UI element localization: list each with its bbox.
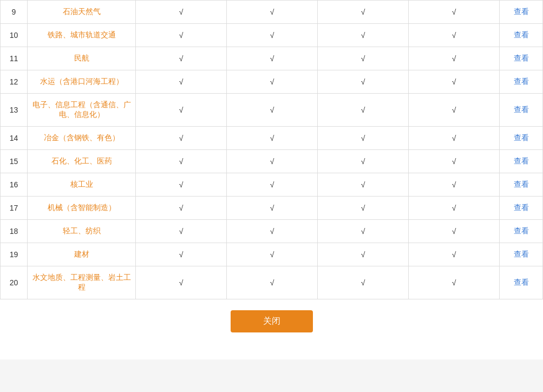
row-col4: √ bbox=[409, 70, 500, 94]
row-number: 20 bbox=[1, 266, 28, 299]
row-col2: √ bbox=[227, 127, 318, 150]
row-number: 13 bbox=[1, 94, 28, 127]
row-action-view[interactable]: 查看 bbox=[500, 197, 543, 220]
row-col1: √ bbox=[136, 150, 227, 173]
row-action-view[interactable]: 查看 bbox=[500, 127, 543, 150]
row-name[interactable]: 核工业 bbox=[28, 173, 136, 197]
close-button[interactable]: 关闭 bbox=[231, 310, 313, 332]
row-col2: √ bbox=[227, 47, 318, 70]
row-action-view[interactable]: 查看 bbox=[500, 173, 543, 197]
row-number: 10 bbox=[1, 24, 28, 47]
row-col1: √ bbox=[136, 127, 227, 150]
close-btn-container: 关闭 bbox=[0, 299, 543, 338]
row-number: 12 bbox=[1, 70, 28, 94]
row-col4: √ bbox=[409, 24, 500, 47]
table-row: 16 核工业 √ √ √ √ 查看 bbox=[1, 173, 543, 197]
row-col4: √ bbox=[409, 127, 500, 150]
row-col3: √ bbox=[318, 173, 409, 197]
row-col1: √ bbox=[136, 1, 227, 24]
data-table: 9 石油天然气 √ √ √ √ 查看 10 铁路、城市轨道交通 √ √ √ √ … bbox=[0, 0, 543, 299]
table-row: 17 机械（含智能制造） √ √ √ √ 查看 bbox=[1, 197, 543, 220]
table-row: 11 民航 √ √ √ √ 查看 bbox=[1, 47, 543, 70]
row-number: 11 bbox=[1, 47, 28, 70]
table-row: 20 水文地质、工程测量、岩土工程 √ √ √ √ 查看 bbox=[1, 266, 543, 299]
row-col3: √ bbox=[318, 1, 409, 24]
row-action-view[interactable]: 查看 bbox=[500, 1, 543, 24]
row-col4: √ bbox=[409, 266, 500, 299]
row-col4: √ bbox=[409, 94, 500, 127]
row-col4: √ bbox=[409, 150, 500, 173]
row-action-view[interactable]: 查看 bbox=[500, 220, 543, 243]
row-col2: √ bbox=[227, 94, 318, 127]
row-col1: √ bbox=[136, 266, 227, 299]
table-row: 13 电子、信息工程（含通信、广电、信息化） √ √ √ √ 查看 bbox=[1, 94, 543, 127]
row-col3: √ bbox=[318, 150, 409, 173]
row-col3: √ bbox=[318, 243, 409, 266]
row-col2: √ bbox=[227, 173, 318, 197]
row-col3: √ bbox=[318, 220, 409, 243]
row-col2: √ bbox=[227, 1, 318, 24]
row-number: 18 bbox=[1, 220, 28, 243]
row-col1: √ bbox=[136, 220, 227, 243]
row-col4: √ bbox=[409, 47, 500, 70]
row-col2: √ bbox=[227, 70, 318, 94]
row-number: 16 bbox=[1, 173, 28, 197]
row-col2: √ bbox=[227, 220, 318, 243]
row-number: 15 bbox=[1, 150, 28, 173]
row-action-view[interactable]: 查看 bbox=[500, 150, 543, 173]
row-name[interactable]: 石化、化工、医药 bbox=[28, 150, 136, 173]
row-name[interactable]: 铁路、城市轨道交通 bbox=[28, 24, 136, 47]
row-col3: √ bbox=[318, 197, 409, 220]
row-name[interactable]: 石油天然气 bbox=[28, 1, 136, 24]
row-col1: √ bbox=[136, 197, 227, 220]
row-name[interactable]: 轻工、纺织 bbox=[28, 220, 136, 243]
row-action-view[interactable]: 查看 bbox=[500, 70, 543, 94]
row-col1: √ bbox=[136, 24, 227, 47]
row-col1: √ bbox=[136, 70, 227, 94]
row-number: 19 bbox=[1, 243, 28, 266]
row-name[interactable]: 建材 bbox=[28, 243, 136, 266]
row-col4: √ bbox=[409, 243, 500, 266]
row-name[interactable]: 水文地质、工程测量、岩土工程 bbox=[28, 266, 136, 299]
row-name[interactable]: 水运（含港口河海工程） bbox=[28, 70, 136, 94]
row-col4: √ bbox=[409, 1, 500, 24]
row-number: 14 bbox=[1, 127, 28, 150]
row-col2: √ bbox=[227, 266, 318, 299]
row-col4: √ bbox=[409, 197, 500, 220]
row-col3: √ bbox=[318, 266, 409, 299]
row-name[interactable]: 民航 bbox=[28, 47, 136, 70]
row-number: 9 bbox=[1, 1, 28, 24]
row-col3: √ bbox=[318, 70, 409, 94]
row-col2: √ bbox=[227, 24, 318, 47]
table-row: 12 水运（含港口河海工程） √ √ √ √ 查看 bbox=[1, 70, 543, 94]
row-col4: √ bbox=[409, 220, 500, 243]
table-row: 18 轻工、纺织 √ √ √ √ 查看 bbox=[1, 220, 543, 243]
row-col3: √ bbox=[318, 47, 409, 70]
row-name[interactable]: 机械（含智能制造） bbox=[28, 197, 136, 220]
row-col1: √ bbox=[136, 243, 227, 266]
row-col1: √ bbox=[136, 94, 227, 127]
table-row: 14 冶金（含钢铁、有色） √ √ √ √ 查看 bbox=[1, 127, 543, 150]
row-name[interactable]: 电子、信息工程（含通信、广电、信息化） bbox=[28, 94, 136, 127]
row-col3: √ bbox=[318, 24, 409, 47]
row-col2: √ bbox=[227, 243, 318, 266]
row-col1: √ bbox=[136, 47, 227, 70]
row-col4: √ bbox=[409, 173, 500, 197]
table-row: 19 建材 √ √ √ √ 查看 bbox=[1, 243, 543, 266]
row-col2: √ bbox=[227, 150, 318, 173]
row-number: 17 bbox=[1, 197, 28, 220]
row-action-view[interactable]: 查看 bbox=[500, 94, 543, 127]
row-col2: √ bbox=[227, 197, 318, 220]
row-action-view[interactable]: 查看 bbox=[500, 24, 543, 47]
table-row: 15 石化、化工、医药 √ √ √ √ 查看 bbox=[1, 150, 543, 173]
row-col3: √ bbox=[318, 127, 409, 150]
table-row: 10 铁路、城市轨道交通 √ √ √ √ 查看 bbox=[1, 24, 543, 47]
row-col1: √ bbox=[136, 173, 227, 197]
row-name[interactable]: 冶金（含钢铁、有色） bbox=[28, 127, 136, 150]
table-row: 9 石油天然气 √ √ √ √ 查看 bbox=[1, 1, 543, 24]
row-action-view[interactable]: 查看 bbox=[500, 266, 543, 299]
row-action-view[interactable]: 查看 bbox=[500, 47, 543, 70]
page-container: 9 石油天然气 √ √ √ √ 查看 10 铁路、城市轨道交通 √ √ √ √ … bbox=[0, 0, 543, 360]
row-col3: √ bbox=[318, 94, 409, 127]
row-action-view[interactable]: 查看 bbox=[500, 243, 543, 266]
